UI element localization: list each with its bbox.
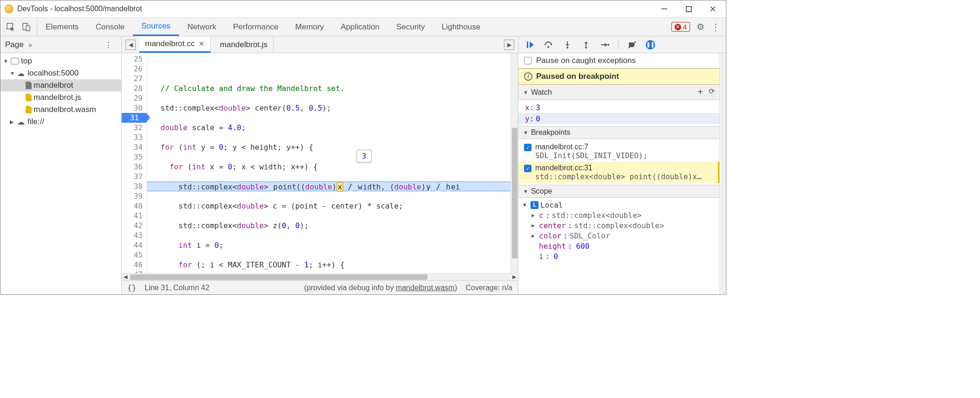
navigator-menu-icon[interactable]: ⋮ <box>105 41 112 49</box>
tab-network[interactable]: Network <box>179 18 225 36</box>
tab-sources[interactable]: Sources <box>133 18 179 36</box>
svg-rect-6 <box>26 26 30 31</box>
file-label: mandelbrot.wasm <box>34 105 96 114</box>
tree-origin[interactable]: ▼ ☁ localhost:5000 <box>0 67 121 79</box>
breakpoint-marker[interactable]: 31 <box>122 113 146 123</box>
code-editor[interactable]: 2526272829303132333435363738394041424344… <box>122 53 518 273</box>
watch-item-x[interactable]: x: 3 <box>518 102 719 113</box>
svg-point-10 <box>566 47 568 49</box>
breakpoints-title: Breakpoints <box>531 128 571 137</box>
scope-var-center[interactable]: ▶center: std::complex<double> <box>531 220 715 230</box>
cursor-position: Line 31, Column 42 <box>145 284 209 292</box>
tree-top-label: top <box>21 56 32 66</box>
expand-icon: ▶ <box>531 223 537 229</box>
minimize-button[interactable] <box>659 3 670 14</box>
maximize-button[interactable] <box>683 3 694 14</box>
scope-header[interactable]: ▼ Scope <box>518 185 719 198</box>
navigator-more-tabs-icon[interactable]: » <box>28 41 32 49</box>
breakpoints-body: ✓ mandelbrot.cc:7 SDL_Init(SDL_INIT_VIDE… <box>518 139 719 185</box>
editor-area: ◀ mandelbrot.cc ✕ mandelbrot.js ▶ 252627… <box>122 36 518 294</box>
editor-tab-mandelbrot-cc[interactable]: mandelbrot.cc ✕ <box>139 36 211 53</box>
tab-elements[interactable]: Elements <box>37 18 87 36</box>
tab-application[interactable]: Application <box>332 18 388 36</box>
tab-console[interactable]: Console <box>87 18 133 36</box>
scope-title: Scope <box>531 187 552 196</box>
tab-performance[interactable]: Performance <box>225 18 287 36</box>
more-menu-icon[interactable]: ⋮ <box>711 21 720 33</box>
scope-var-c[interactable]: ▶c: std::complex<double> <box>531 210 715 220</box>
breakpoint-checkbox[interactable]: ✓ <box>524 144 531 151</box>
pretty-print-icon[interactable]: {} <box>127 283 136 292</box>
main-content: Page » ⋮ ▼ top ▼ ☁ localhost:5000 mandel… <box>0 36 726 294</box>
scope-var-i[interactable]: i: 0 <box>531 251 715 261</box>
tab-lighthouse[interactable]: Lighthouse <box>433 18 489 36</box>
paused-banner-text: Paused on breakpoint <box>536 72 619 81</box>
tree-top[interactable]: ▼ top <box>0 55 121 67</box>
step-into-button[interactable] <box>562 40 573 50</box>
scope-var-color[interactable]: ▶color: SDL_Color <box>531 230 715 241</box>
debugger-panel: ❚❚ Pause on caught exceptions i Paused o… <box>518 36 726 294</box>
breakpoint-item[interactable]: ✓ mandelbrot.cc:7 SDL_Init(SDL_INIT_VIDE… <box>518 141 719 162</box>
svg-point-12 <box>585 47 587 49</box>
editor-tab-mandelbrot-js[interactable]: mandelbrot.js <box>214 36 274 53</box>
right-panel-scrollbar[interactable] <box>719 53 726 294</box>
collapse-icon: ▼ <box>523 90 528 95</box>
tree-file-origin[interactable]: ▶ ☁ file:// <box>0 116 121 128</box>
breakpoints-header[interactable]: ▼ Breakpoints <box>518 126 719 139</box>
tab-memory[interactable]: Memory <box>287 18 332 36</box>
collapse-icon: ▼ <box>523 189 528 194</box>
coverage-info: Coverage: n/a <box>465 284 512 292</box>
expand-icon: ▶ <box>531 233 537 239</box>
editor-hscrollbar[interactable]: ◀▶ <box>122 273 518 280</box>
close-button[interactable] <box>707 3 718 14</box>
editor-statusbar: {} Line 31, Column 42 (provided via debu… <box>122 280 518 294</box>
code-body[interactable]: // Calculate and draw the Mandelbrot set… <box>147 53 511 273</box>
navigator-header: Page » ⋮ <box>0 36 121 53</box>
pause-on-exceptions-button[interactable]: ❚❚ <box>646 40 655 49</box>
add-watch-icon[interactable]: + <box>697 87 703 98</box>
watch-header[interactable]: ▼ Watch + ⟳ <box>518 84 719 100</box>
pause-caught-row[interactable]: Pause on caught exceptions <box>518 53 719 69</box>
scope-local-label: Local <box>540 201 563 209</box>
tab-security[interactable]: Security <box>388 18 433 36</box>
watch-item-y[interactable]: y: 0 <box>518 113 719 124</box>
refresh-watch-icon[interactable]: ⟳ <box>709 87 715 98</box>
tree-file-mandelbrot-wasm[interactable]: mandelbrot.wasm <box>0 104 121 116</box>
file-icon <box>26 106 32 113</box>
close-tab-icon[interactable]: ✕ <box>199 40 205 48</box>
cloud-icon: ☁ <box>17 69 25 78</box>
window-title: DevTools - localhost:5000/mandelbrot <box>17 5 659 13</box>
debug-info-link[interactable]: mandelbrot.wasm <box>396 284 455 292</box>
pause-caught-label: Pause on caught exceptions <box>536 56 636 65</box>
expand-icon: ▼ <box>523 202 529 208</box>
line-gutter[interactable]: 2526272829303132333435363738394041424344… <box>122 53 147 273</box>
settings-gear-icon[interactable]: ⚙ <box>697 21 704 32</box>
error-count-badge[interactable]: ✕ 4 <box>671 22 690 32</box>
devtools-window: DevTools - localhost:5000/mandelbrot Ele… <box>0 0 726 295</box>
frame-icon <box>11 58 19 64</box>
step-out-button[interactable] <box>581 40 591 50</box>
device-toggle-icon[interactable] <box>22 22 31 32</box>
execution-line: std::complex<double> point((double)x / w… <box>147 182 511 191</box>
pause-caught-checkbox[interactable] <box>524 57 531 64</box>
scope-local[interactable]: ▼ L Local <box>523 200 715 210</box>
file-label: mandelbrot.js <box>34 93 81 102</box>
deactivate-breakpoints-button[interactable] <box>627 40 637 50</box>
info-icon: i <box>524 72 532 81</box>
nav-back-icon[interactable]: ◀ <box>125 40 136 50</box>
tree-file-mandelbrot-js[interactable]: mandelbrot.js <box>0 91 121 104</box>
inspect-element-icon[interactable] <box>6 22 15 32</box>
resume-button[interactable] <box>525 40 535 50</box>
tree-file-origin-label: file:// <box>28 117 44 126</box>
breakpoint-checkbox[interactable]: ✓ <box>524 165 531 172</box>
step-button[interactable] <box>600 40 610 50</box>
expand-icon: ▼ <box>10 70 15 76</box>
navigator-tab-page[interactable]: Page <box>5 40 24 49</box>
scope-var-height[interactable]: height: 600 <box>531 241 715 251</box>
editor-vscrollbar[interactable] <box>511 53 518 273</box>
breakpoint-item-active[interactable]: ✓ mandelbrot.cc:31 std::complex<double> … <box>518 162 719 183</box>
tree-file-mandelbrot[interactable]: mandelbrot <box>0 79 121 91</box>
watch-title: Watch <box>531 88 552 97</box>
nav-forward-icon[interactable]: ▶ <box>504 40 514 50</box>
step-over-button[interactable] <box>544 40 554 50</box>
